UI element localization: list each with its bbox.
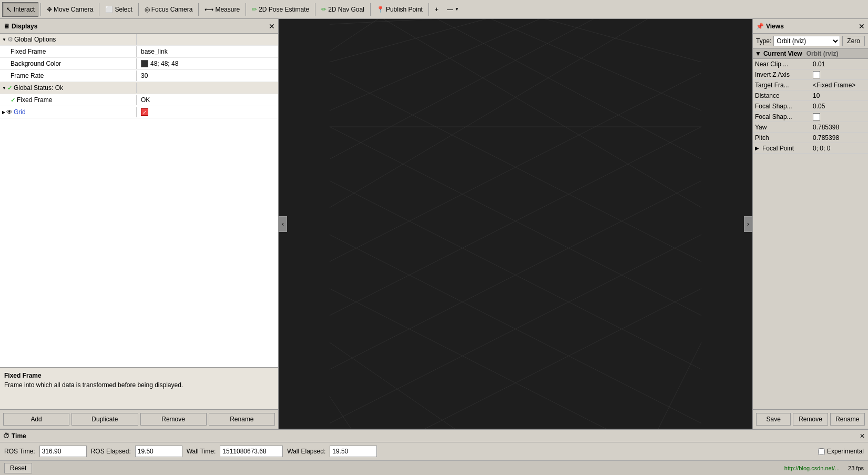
focal-shape1-label: Focal Shap...	[755, 103, 813, 110]
fixed-frame-value: base_link	[141, 48, 168, 55]
remove-button[interactable]: Remove	[140, 413, 207, 426]
rename-button[interactable]: Rename	[209, 413, 275, 426]
focal-point-value: 0; 0; 0	[813, 145, 866, 152]
measure-button[interactable]: ⟷ Measure	[201, 2, 243, 17]
time-close-button[interactable]: ✕	[860, 432, 865, 440]
frame-rate-value: 30	[141, 72, 148, 79]
displays-title: 🖥 Displays	[3, 23, 37, 30]
background-color-row[interactable]: Background Color 48; 48; 48	[0, 58, 278, 70]
yaw-value: 0.785398	[813, 124, 866, 131]
status-fixed-frame-check-icon: ✓	[11, 96, 16, 104]
current-view-type: Orbit (rviz)	[806, 50, 839, 57]
plus-icon: +	[435, 6, 438, 13]
global-status-check-icon: ✓	[7, 84, 13, 92]
global-options-expand[interactable]: ▼	[2, 37, 6, 42]
grid-label: Grid	[14, 108, 26, 116]
focal-shape2-row: Focal Shap...	[753, 112, 868, 122]
add-button[interactable]: Add	[3, 413, 69, 426]
select-label: Select	[115, 6, 132, 13]
near-clip-row: Near Clip ... 0.01	[753, 59, 868, 69]
views-type-select[interactable]: Orbit (rviz)	[773, 36, 840, 46]
grid-expand[interactable]: ▶	[2, 110, 5, 115]
wall-elapsed-input[interactable]	[330, 446, 377, 457]
frame-rate-row[interactable]: Frame Rate 30	[0, 70, 278, 82]
background-color-swatch[interactable]	[141, 60, 148, 67]
views-remove-button[interactable]: Remove	[793, 413, 828, 426]
fixed-frame-row[interactable]: Fixed Frame base_link	[0, 46, 278, 58]
nav-goal-button[interactable]: ✏ 2D Nav Goal	[318, 2, 368, 17]
wall-time-label: Wall Time:	[187, 448, 216, 455]
ros-time-label: ROS Time:	[4, 448, 35, 455]
focal-point-expand[interactable]: ▶	[755, 145, 761, 151]
publish-point-button[interactable]: 📍 Publish Point	[373, 2, 426, 17]
focus-camera-label: Focus Camera	[151, 6, 193, 13]
ros-elapsed-label: ROS Elapsed:	[91, 448, 131, 455]
fps-display: 23 fps	[848, 465, 864, 471]
settings-icon-button[interactable]: — ▼	[443, 2, 463, 17]
global-status-row[interactable]: ▼ ✓ Global Status: Ok	[0, 82, 278, 94]
svg-line-6	[330, 342, 642, 429]
reset-button[interactable]: Reset	[4, 463, 32, 473]
pitch-value: 0.785398	[813, 134, 866, 142]
interact-button[interactable]: ↖ Interact	[2, 2, 38, 17]
measure-icon: ⟷	[205, 6, 213, 13]
invert-z-label: Invert Z Axis	[755, 71, 813, 78]
yaw-label: Yaw	[755, 124, 813, 131]
views-type-row: Type: Orbit (rviz) Zero	[753, 34, 868, 49]
viewport[interactable]: ‹ ›	[279, 19, 752, 429]
pose-estimate-button[interactable]: ✏ 2D Pose Estimate	[248, 2, 313, 17]
toolbar-sep-2	[99, 3, 99, 16]
dropdown-icon: ▼	[455, 7, 459, 12]
description-text: Frame into which all data is transformed…	[4, 381, 274, 389]
views-title: 📌 Views	[756, 23, 784, 30]
views-rename-button[interactable]: Rename	[830, 413, 865, 426]
experimental-checkbox[interactable]	[818, 448, 825, 455]
minus-icon: —	[447, 6, 453, 13]
global-status-label: Global Status: Ok	[14, 84, 63, 92]
views-save-button[interactable]: Save	[756, 413, 791, 426]
invert-z-checkbox[interactable]	[813, 71, 820, 78]
viewport-arrow-left[interactable]: ‹	[279, 216, 287, 232]
svg-line-21	[330, 19, 432, 24]
views-zero-button[interactable]: Zero	[842, 36, 865, 46]
current-view-header[interactable]: ▼ Current View Orbit (rviz)	[753, 49, 868, 59]
select-button[interactable]: ⬜ Select	[101, 2, 136, 17]
focus-camera-button[interactable]: ◎ Focus Camera	[141, 2, 197, 17]
target-frame-row: Target Fra... <Fixed Frame>	[753, 80, 868, 90]
duplicate-button[interactable]: Duplicate	[72, 413, 138, 426]
status-fixed-frame-row[interactable]: ✓ Fixed Frame OK	[0, 94, 278, 106]
focal-shape2-checkbox[interactable]	[813, 113, 820, 120]
toolbar-sep-1	[40, 3, 41, 16]
global-status-expand[interactable]: ▼	[2, 86, 6, 90]
viewport-arrow-right[interactable]: ›	[744, 216, 752, 232]
move-camera-button[interactable]: ✥ Move Camera	[43, 2, 97, 17]
ros-elapsed-input[interactable]	[135, 446, 182, 457]
current-view-expand[interactable]: ▼	[755, 50, 761, 57]
toolbar-sep-5	[246, 3, 246, 16]
experimental-label: Experimental	[827, 448, 864, 455]
views-header: 📌 Views ✕	[753, 19, 868, 34]
wall-elapsed-label: Wall Elapsed:	[287, 448, 325, 455]
global-options-row[interactable]: ▼ ⚙ Global Options	[0, 34, 278, 46]
publish-point-label: Publish Point	[386, 6, 423, 13]
select-icon: ⬜	[105, 6, 113, 13]
description-title: Fixed Frame	[4, 372, 274, 379]
measure-label: Measure	[215, 6, 240, 13]
grid-checkbox[interactable]	[141, 108, 148, 116]
nav-goal-label: 2D Nav Goal	[328, 6, 364, 13]
grid-row[interactable]: ▶ 👁 Grid	[0, 106, 278, 118]
views-close-button[interactable]: ✕	[859, 22, 865, 31]
time-title-label: Time	[12, 432, 26, 440]
monitor-icon: 🖥	[3, 23, 9, 30]
current-view-label: Current View	[763, 50, 802, 57]
svg-line-20	[330, 19, 486, 62]
target-frame-label: Target Fra...	[755, 82, 813, 89]
displays-buttons: Add Duplicate Remove Rename	[0, 409, 278, 429]
ros-time-input[interactable]	[39, 446, 87, 457]
displays-close-button[interactable]: ✕	[269, 22, 275, 31]
svg-line-22	[330, 19, 378, 52]
focal-shape1-value: 0.05	[813, 103, 866, 110]
focal-point-row: ▶ Focal Point 0; 0; 0	[753, 143, 868, 154]
add-icon-button[interactable]: +	[431, 2, 442, 17]
wall-time-input[interactable]	[220, 446, 283, 457]
